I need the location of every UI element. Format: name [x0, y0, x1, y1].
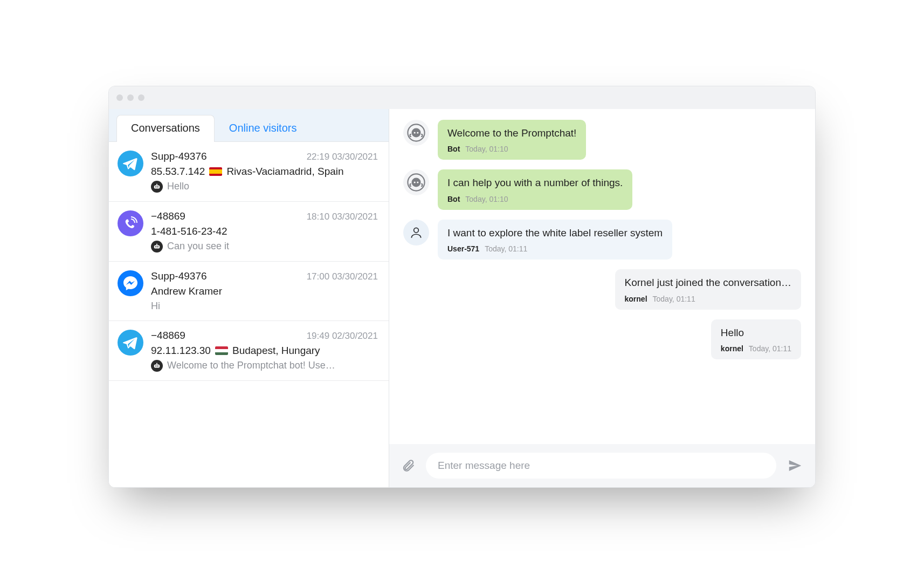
message-bubble: I can help you with a number of things.B…: [438, 169, 632, 210]
message-sender: kornel: [625, 294, 647, 304]
bot-avatar-icon: [403, 120, 429, 146]
viber-icon: [118, 210, 143, 236]
svg-point-5: [118, 210, 143, 236]
message-time: Today, 01:10: [465, 194, 508, 204]
conversation-name: −48869: [151, 330, 185, 342]
svg-point-2: [155, 186, 156, 187]
message-text: Kornel just joined the conversation…: [625, 276, 791, 290]
conversation-subline: 1-481-516-23-42: [151, 226, 227, 237]
svg-point-19: [417, 132, 418, 133]
svg-point-13: [155, 365, 156, 366]
message-row: Welcome to the Promptchat!BotToday, 01:1…: [403, 120, 801, 160]
conversation-subline: 92.11.123.30: [151, 345, 211, 357]
svg-rect-6: [154, 245, 160, 248]
message-text: Hello: [721, 326, 791, 340]
conversation-location: Budapest, Hungary: [232, 345, 320, 357]
bot-avatar-icon: [403, 169, 429, 195]
send-icon[interactable]: [787, 458, 803, 474]
message-bubble: I want to explore the white label resell…: [438, 220, 672, 260]
message-sender: User-571: [447, 244, 479, 254]
composer: [389, 444, 815, 487]
app-window: Conversations Online visitors Supp-49376…: [108, 86, 816, 488]
conversation-item[interactable]: Supp-4937622:19 03/30/202185.53.7.142Riv…: [109, 142, 389, 202]
message-time: Today, 01:11: [485, 244, 527, 254]
message-input[interactable]: [426, 453, 776, 479]
bot-icon: [151, 181, 163, 193]
svg-point-14: [157, 365, 158, 366]
svg-point-7: [155, 246, 156, 247]
tabs: Conversations Online visitors: [109, 109, 389, 142]
traffic-light-close[interactable]: [116, 94, 123, 101]
svg-rect-4: [156, 183, 157, 185]
message-text: I want to explore the white label resell…: [447, 226, 663, 240]
message-bubble: Kornel just joined the conversation…korn…: [615, 269, 801, 310]
svg-point-8: [157, 246, 158, 247]
message-bubble: HellokornelToday, 01:11: [711, 319, 801, 360]
conversation-name: −48869: [151, 210, 185, 222]
conversation-list: Supp-4937622:19 03/30/202185.53.7.142Riv…: [109, 142, 389, 487]
titlebar: [109, 86, 815, 109]
traffic-light-minimize[interactable]: [127, 94, 134, 101]
conversation-subline: 85.53.7.142: [151, 166, 205, 178]
flag-hu-icon: [215, 346, 228, 355]
conversation-item[interactable]: −4886919:49 02/30/202192.11.123.30Budape…: [109, 321, 389, 381]
svg-rect-15: [156, 363, 157, 364]
bot-icon: [151, 241, 163, 253]
conversations-pane: Conversations Online visitors Supp-49376…: [109, 109, 389, 487]
conversation-name: Supp-49376: [151, 151, 207, 162]
conversation-timestamp: 17:00 03/30/2021: [307, 271, 378, 282]
conversation-last-message: Hello: [167, 181, 189, 192]
svg-point-22: [414, 181, 416, 183]
message-text: I can help you with a number of things.: [447, 176, 623, 190]
bot-icon: [151, 360, 163, 372]
conversation-timestamp: 19:49 02/30/2021: [307, 331, 378, 342]
message-row: I can help you with a number of things.B…: [403, 169, 801, 210]
chat-pane: Welcome to the Promptchat!BotToday, 01:1…: [389, 109, 815, 487]
conversation-last-message: Hi: [151, 301, 160, 312]
message-text: Welcome to the Promptchat!: [447, 126, 576, 140]
svg-rect-12: [154, 364, 160, 367]
conversation-last-message: Welcome to the Promptchat bot! Use…: [167, 360, 335, 371]
message-sender: kornel: [721, 344, 743, 354]
message-row: I want to explore the white label resell…: [403, 220, 801, 260]
tab-conversations[interactable]: Conversations: [116, 115, 215, 142]
traffic-light-maximize[interactable]: [138, 94, 144, 101]
conversation-name: Supp-49376: [151, 270, 207, 282]
svg-point-0: [118, 151, 143, 176]
message-bubble: Welcome to the Promptchat!BotToday, 01:1…: [438, 120, 586, 160]
tab-online-visitors[interactable]: Online visitors: [215, 115, 312, 142]
telegram-icon: [118, 330, 143, 356]
message-thread: Welcome to the Promptchat!BotToday, 01:1…: [389, 109, 815, 444]
svg-point-24: [414, 228, 419, 233]
conversation-timestamp: 18:10 03/30/2021: [307, 212, 378, 222]
svg-point-17: [412, 128, 421, 137]
conversation-item[interactable]: −4886918:10 03/30/20211-481-516-23-42Can…: [109, 202, 389, 262]
svg-point-18: [414, 132, 416, 133]
conversation-location: Rivas-Vaciamadrid, Spain: [226, 166, 343, 178]
svg-point-10: [118, 270, 143, 296]
message-sender: Bot: [447, 144, 460, 154]
flag-es-icon: [209, 167, 222, 176]
message-time: Today, 01:11: [653, 294, 695, 304]
attach-icon[interactable]: [401, 459, 415, 473]
user-avatar-icon: [403, 220, 429, 245]
svg-point-3: [157, 186, 158, 187]
message-sender: Bot: [447, 194, 460, 204]
svg-point-11: [118, 330, 143, 356]
svg-point-23: [417, 181, 418, 183]
message-time: Today, 01:11: [749, 344, 791, 354]
telegram-icon: [118, 151, 143, 176]
message-time: Today, 01:10: [465, 144, 508, 154]
conversation-timestamp: 22:19 03/30/2021: [307, 152, 378, 162]
messenger-icon: [118, 270, 143, 296]
conversation-item[interactable]: Supp-4937617:00 03/30/2021Andrew KramerH…: [109, 262, 389, 321]
svg-rect-1: [154, 185, 160, 188]
svg-rect-9: [156, 243, 157, 245]
conversation-last-message: Can you see it: [167, 241, 229, 252]
message-row: HellokornelToday, 01:11: [403, 319, 801, 360]
conversation-subline: Andrew Kramer: [151, 285, 222, 297]
svg-point-21: [412, 178, 421, 187]
message-row: Kornel just joined the conversation…korn…: [403, 269, 801, 310]
